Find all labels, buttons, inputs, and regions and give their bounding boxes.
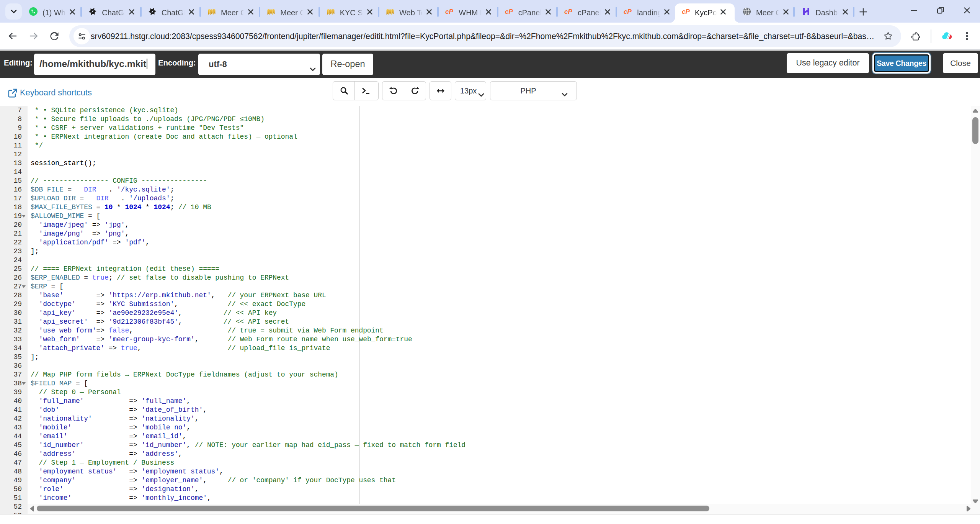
- svg-text:cP: cP: [682, 8, 690, 15]
- svg-text:cP: cP: [505, 8, 513, 15]
- svg-text:cP: cP: [564, 8, 572, 15]
- svg-text:cP: cP: [624, 8, 632, 15]
- svg-text:cP: cP: [445, 8, 453, 15]
